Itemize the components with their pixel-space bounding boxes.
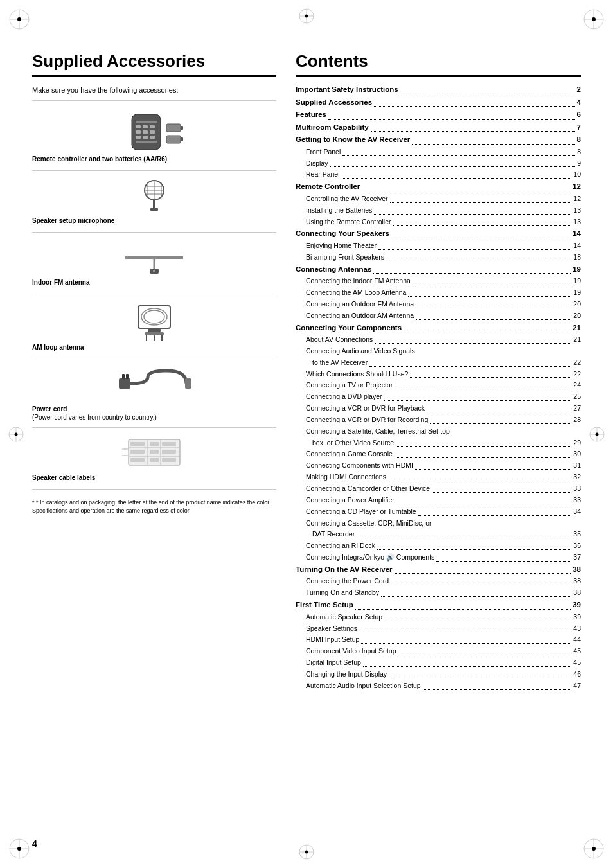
remote-illustration bbox=[112, 111, 196, 153]
toc-dots bbox=[398, 655, 572, 655]
svg-rect-85 bbox=[150, 458, 159, 462]
toc-entry: Connecting an Outdoor AM Antenna20 bbox=[296, 310, 581, 322]
toc-page: 39 bbox=[573, 599, 581, 612]
toc-entry: Turning On the AV Receiver38 bbox=[296, 563, 581, 576]
toc-entry: Connecting a CD Player or Turntable34 bbox=[296, 506, 581, 518]
svg-rect-72 bbox=[185, 378, 191, 389]
svg-point-11 bbox=[17, 847, 21, 851]
toc-page: 20 bbox=[573, 299, 581, 310]
am-label: AM loop antenna bbox=[32, 344, 276, 351]
svg-rect-45 bbox=[181, 126, 183, 130]
accessory-am-antenna: AM loop antenna bbox=[32, 299, 276, 359]
svg-rect-81 bbox=[130, 450, 145, 454]
toc-dots bbox=[361, 643, 571, 644]
toc-entry: to the AV Receiver22 bbox=[296, 357, 581, 369]
toc-page: 22 bbox=[573, 357, 581, 369]
svg-rect-41 bbox=[143, 136, 148, 139]
toc-page: 44 bbox=[573, 634, 581, 646]
svg-rect-38 bbox=[143, 130, 148, 134]
toc-entry: Which Connections Should I Use?22 bbox=[296, 369, 581, 380]
toc-entry: Component Video Input Setup45 bbox=[296, 646, 581, 657]
toc-page: 18 bbox=[573, 252, 581, 263]
toc-dots bbox=[355, 609, 571, 610]
toc-page: 35 bbox=[573, 529, 581, 540]
toc-entry: Multiroom Capability7 bbox=[296, 121, 581, 134]
toc-entry: Getting to Know the AV Receiver8 bbox=[296, 134, 581, 146]
toc-text: Connecting Audio and Video Signals bbox=[306, 346, 415, 357]
toc-entry: Speaker Settings43 bbox=[296, 623, 581, 635]
toc-text: Connecting a Satellite, Cable, Terrestri… bbox=[306, 426, 450, 438]
toc-text: Connecting a TV or Projector bbox=[306, 380, 393, 391]
toc-page: 33 bbox=[573, 495, 581, 506]
toc-page: 24 bbox=[573, 380, 581, 391]
toc-page: 38 bbox=[573, 576, 581, 587]
toc-page: 6 bbox=[577, 109, 581, 121]
toc-dots bbox=[374, 106, 575, 107]
corner-mark-tm bbox=[297, 6, 316, 26]
svg-rect-69 bbox=[119, 378, 130, 389]
toc-dots bbox=[328, 119, 575, 120]
svg-rect-86 bbox=[162, 458, 176, 462]
toc-text: Connecting a Camcorder or Other Device bbox=[306, 483, 430, 495]
toc-entry: Connecting Antennas19 bbox=[296, 263, 581, 276]
svg-rect-78 bbox=[130, 442, 145, 446]
toc-page: 36 bbox=[573, 540, 581, 552]
toc-dots bbox=[423, 689, 572, 690]
toc-entry: Connecting a TV or Projector24 bbox=[296, 380, 581, 391]
toc-page: 13 bbox=[573, 217, 581, 228]
toc-entry: Connecting Components with HDMI31 bbox=[296, 460, 581, 472]
toc-text: Changing the Input Display bbox=[306, 669, 387, 680]
toc-text: Multiroom Capability bbox=[296, 121, 369, 134]
toc-text: Connecting Components with HDMI bbox=[306, 460, 413, 472]
speaker-labels-illustration bbox=[119, 433, 190, 472]
toc-text: DAT Recorder bbox=[312, 529, 355, 540]
toc-page: 27 bbox=[573, 403, 581, 414]
toc-entry: Connecting a DVD player25 bbox=[296, 391, 581, 403]
toc-text: Rear Panel bbox=[306, 169, 340, 181]
toc-dots bbox=[410, 377, 571, 378]
toc-page: 2 bbox=[577, 84, 581, 96]
toc-text: Automatic Audio Input Selection Setup bbox=[306, 680, 421, 692]
toc-text: Installing the Batteries bbox=[306, 205, 372, 217]
svg-rect-56 bbox=[150, 208, 158, 211]
svg-rect-64 bbox=[148, 328, 161, 332]
toc-entry: Connecting an RI Dock36 bbox=[296, 540, 581, 552]
footnote: * * In catalogs and on packaging, the le… bbox=[32, 499, 276, 515]
toc-text: Speaker Settings bbox=[306, 623, 357, 635]
toc-entry: Connecting a Camcorder or Other Device33 bbox=[296, 483, 581, 495]
svg-rect-44 bbox=[166, 124, 181, 132]
mic-label: Speaker setup microphone bbox=[32, 217, 276, 224]
accessory-power-cord: Power cord (Power cord varies from count… bbox=[32, 364, 276, 428]
power-cord-image bbox=[32, 364, 276, 403]
toc-page: 21 bbox=[573, 322, 581, 335]
toc-page: 47 bbox=[573, 680, 581, 692]
toc-entry: Turning On and Standby38 bbox=[296, 587, 581, 599]
intro-text: Make sure you have the following accesso… bbox=[32, 86, 276, 101]
toc-dots bbox=[391, 238, 571, 238]
am-antenna-image bbox=[32, 299, 276, 341]
toc-text: Display bbox=[306, 158, 328, 170]
contents-title: Contents bbox=[296, 51, 581, 77]
svg-point-15 bbox=[592, 847, 596, 851]
svg-rect-36 bbox=[150, 125, 155, 128]
table-of-contents: Important Safety Instructions2Supplied A… bbox=[296, 84, 581, 692]
toc-page: 19 bbox=[573, 287, 581, 299]
toc-dots bbox=[388, 481, 571, 481]
power-label: Power cord bbox=[32, 405, 276, 412]
toc-page: 7 bbox=[577, 121, 581, 134]
toc-text: Getting to Know the AV Receiver bbox=[296, 134, 410, 146]
toc-text: HDMI Input Setup bbox=[306, 634, 359, 646]
toc-text: Connecting a VCR or DVR for Playback bbox=[306, 403, 425, 414]
toc-dots bbox=[378, 249, 571, 250]
toc-text: Making HDMI Connections bbox=[306, 472, 386, 483]
mic-image bbox=[32, 176, 276, 215]
toc-dots bbox=[396, 504, 572, 504]
toc-dots bbox=[418, 515, 572, 516]
toc-text: Enjoying Home Theater bbox=[306, 240, 377, 252]
power-cord-illustration bbox=[116, 364, 193, 403]
corner-mark-bm bbox=[297, 842, 316, 862]
toc-entry: Connecting a Satellite, Cable, Terrestri… bbox=[296, 426, 581, 438]
svg-rect-35 bbox=[143, 125, 148, 128]
toc-entry: Rear Panel10 bbox=[296, 169, 581, 181]
svg-point-23 bbox=[305, 851, 308, 854]
